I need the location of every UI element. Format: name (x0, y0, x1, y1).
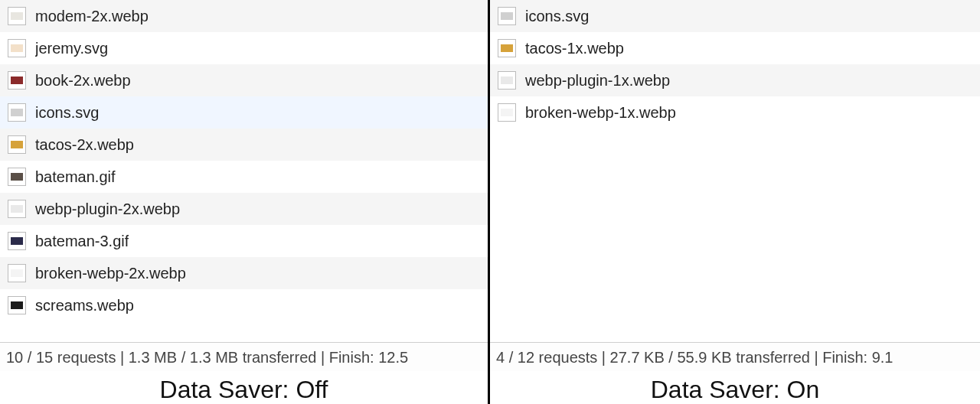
panel-off: modem-2x.webpjeremy.svgbook-2x.webpicons… (0, 0, 490, 404)
file-thumbnail-icon (8, 135, 26, 154)
network-request-row[interactable]: broken-webp-2x.webp (0, 257, 488, 289)
network-request-list-off[interactable]: modem-2x.webpjeremy.svgbook-2x.webpicons… (0, 0, 488, 321)
network-request-list-on[interactable]: icons.svgtacos-1x.webpwebp-plugin-1x.web… (490, 0, 980, 129)
file-thumbnail-icon (498, 103, 516, 122)
file-name: broken-webp-1x.webp (525, 104, 676, 122)
file-thumbnail-icon (8, 264, 26, 282)
split-comparison: modem-2x.webpjeremy.svgbook-2x.webpicons… (0, 0, 980, 404)
network-request-row[interactable]: tacos-1x.webp (490, 32, 980, 64)
file-thumbnail-icon (498, 71, 516, 90)
file-name: bateman.gif (35, 168, 116, 186)
panel-spacer (0, 321, 488, 342)
panel-on: icons.svgtacos-1x.webpwebp-plugin-1x.web… (490, 0, 980, 404)
caption-on: Data Saver: On (490, 371, 980, 404)
panel-spacer (490, 129, 980, 342)
file-name: webp-plugin-1x.webp (525, 72, 670, 90)
caption-off: Data Saver: Off (0, 371, 488, 404)
network-request-row[interactable]: webp-plugin-2x.webp (0, 193, 488, 225)
file-thumbnail-icon (498, 7, 516, 25)
file-name: bateman-3.gif (35, 233, 129, 250)
network-request-row[interactable]: icons.svg (490, 0, 980, 32)
file-thumbnail-icon (8, 39, 26, 57)
network-request-row[interactable]: broken-webp-1x.webp (490, 96, 980, 129)
network-request-row[interactable]: bateman-3.gif (0, 225, 488, 257)
file-name: icons.svg (525, 8, 589, 25)
file-thumbnail-icon (498, 39, 516, 57)
file-name: book-2x.webp (35, 72, 131, 90)
file-name: webp-plugin-2x.webp (35, 200, 180, 218)
file-thumbnail-icon (8, 296, 26, 314)
network-status-bar-on: 4 / 12 requests | 27.7 KB / 55.9 KB tran… (490, 342, 980, 371)
file-thumbnail-icon (8, 232, 26, 250)
file-name: modem-2x.webp (35, 8, 149, 25)
network-request-row[interactable]: icons.svg (0, 96, 488, 129)
network-request-row[interactable]: modem-2x.webp (0, 0, 488, 32)
file-name: icons.svg (35, 104, 99, 122)
network-request-row[interactable]: tacos-2x.webp (0, 129, 488, 161)
file-name: screams.webp (35, 297, 134, 314)
file-thumbnail-icon (8, 200, 26, 218)
network-request-row[interactable]: book-2x.webp (0, 64, 488, 96)
file-thumbnail-icon (8, 168, 26, 186)
file-thumbnail-icon (8, 7, 26, 25)
network-request-row[interactable]: webp-plugin-1x.webp (490, 64, 980, 96)
network-request-row[interactable]: bateman.gif (0, 161, 488, 193)
file-name: tacos-2x.webp (35, 136, 134, 154)
file-thumbnail-icon (8, 103, 26, 122)
file-name: tacos-1x.webp (525, 40, 624, 57)
file-thumbnail-icon (8, 71, 26, 90)
file-name: jeremy.svg (35, 40, 108, 57)
network-request-row[interactable]: jeremy.svg (0, 32, 488, 64)
network-status-bar-off: 10 / 15 requests | 1.3 MB / 1.3 MB trans… (0, 342, 488, 371)
file-name: broken-webp-2x.webp (35, 265, 186, 282)
network-request-row[interactable]: screams.webp (0, 289, 488, 321)
